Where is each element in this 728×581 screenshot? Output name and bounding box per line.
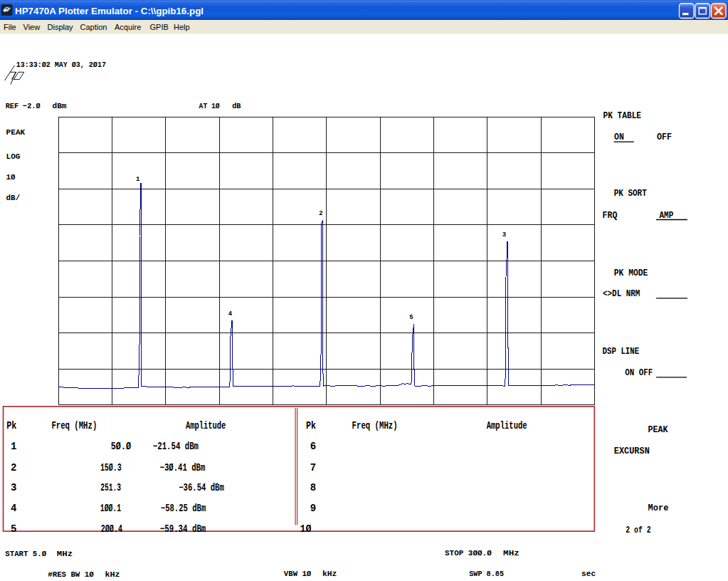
svg-text:View: View [23,23,41,31]
svg-text:251.3: 251.3 [100,482,121,493]
svg-text:kHz: kHz [105,570,120,579]
svg-text:MHz: MHz [57,549,73,558]
svg-text:Caption: Caption [80,23,107,31]
svg-text:LOG: LOG [6,152,21,161]
svg-text:kHz: kHz [322,569,337,578]
svg-text:−59.34 dBm: −59.34 dBm [160,523,206,535]
svg-text:4: 4 [228,310,233,318]
svg-text:−58.25 dBm: −58.25 dBm [161,503,206,514]
svg-text:OFF: OFF [657,132,672,142]
svg-text:File: File [4,23,16,31]
svg-text:4: 4 [11,503,16,514]
svg-text:PEAK: PEAK [6,127,26,137]
svg-text:<>DL NRM: <>DL NRM [603,289,640,299]
svg-text:ON: ON [614,132,624,142]
svg-text:1Ø: 1Ø [300,523,312,535]
svg-text:6: 6 [310,441,316,452]
svg-text:2ØØ.4: 2ØØ.4 [101,523,122,535]
svg-text:Acquire: Acquire [115,23,141,31]
svg-text:ON OFF: ON OFF [625,368,653,378]
svg-text:dBm: dBm [53,101,67,110]
svg-text:HP7470A Plotter Emulator - C:\: HP7470A Plotter Emulator - C:\\gpib16.pg… [15,6,204,16]
svg-text:AMP: AMP [660,211,674,221]
svg-text:PK SORT: PK SORT [614,189,647,199]
svg-text:Display: Display [48,23,74,31]
svg-text:STOP 3ØØ.Ø: STOP 3ØØ.Ø [445,548,492,558]
svg-text:Help: Help [174,23,190,31]
svg-text:#RES BW 1Ø: #RES BW 1Ø [48,570,93,579]
svg-text:Freq (MHz): Freq (MHz) [352,420,398,431]
svg-text:1: 1 [136,176,140,183]
svg-text:−3Ø.41 dBm: −3Ø.41 dBm [160,462,206,473]
svg-text:START 5.Ø: START 5.Ø [5,549,46,558]
svg-text:Freq (MHz): Freq (MHz) [51,420,97,431]
svg-text:2: 2 [319,210,322,217]
svg-text:VBW 1Ø: VBW 1Ø [284,569,312,578]
svg-text:AT 1Ø: AT 1Ø [199,101,220,110]
svg-text:PK MODE: PK MODE [614,268,648,278]
svg-text:Pk: Pk [306,420,316,431]
svg-text:15Ø.3: 15Ø.3 [100,462,122,473]
svg-text:1: 1 [11,441,16,452]
svg-text:GPIB: GPIB [150,23,169,31]
svg-text:−36.54 dBm: −36.54 dBm [179,482,224,493]
svg-text:Amplitude: Amplitude [186,420,226,431]
svg-text:PK TABLE: PK TABLE [603,111,642,121]
svg-text:dB/: dB/ [6,193,21,202]
svg-text:5: 5 [409,314,413,321]
svg-text:dB: dB [232,101,241,110]
svg-text:2: 2 [11,462,16,473]
svg-text:7: 7 [310,462,316,473]
svg-text:5: 5 [11,523,16,535]
svg-text:9: 9 [310,503,316,514]
svg-text:FRQ: FRQ [603,211,618,221]
svg-text:2 of 2: 2 of 2 [626,525,651,535]
svg-text:REF −2.Ø: REF −2.Ø [6,101,41,110]
svg-text:MHz: MHz [503,548,519,558]
svg-text:EXCURSN: EXCURSN [614,446,650,456]
svg-text:PEAK: PEAK [648,425,669,435]
svg-text:SWP 8.85: SWP 8.85 [469,569,504,578]
svg-text:8: 8 [310,482,316,493]
svg-text:More: More [648,503,669,513]
svg-text:Amplitude: Amplitude [487,420,527,431]
svg-text:−21.54 dBm: −21.54 dBm [153,441,199,452]
svg-text:1ØØ.1: 1ØØ.1 [100,503,121,514]
svg-text:1Ø: 1Ø [6,172,16,182]
svg-text:3: 3 [11,482,16,493]
svg-text:3: 3 [502,231,506,239]
svg-text:5Ø.Ø: 5Ø.Ø [111,441,132,452]
svg-text:sec: sec [581,569,596,578]
svg-text:13:33:Ø2 MAY Ø3, 2Ø17: 13:33:Ø2 MAY Ø3, 2Ø17 [16,60,106,69]
svg-text:Pk: Pk [6,420,16,431]
svg-text:DSP LINE: DSP LINE [603,347,640,357]
